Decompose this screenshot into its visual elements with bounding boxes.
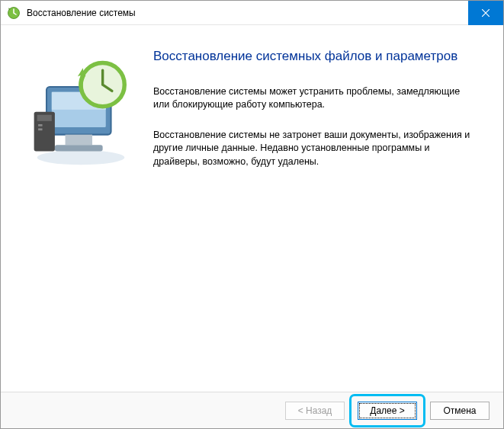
svg-rect-6: [55, 145, 103, 151]
tutorial-highlight: Далее >: [349, 394, 425, 427]
footer-button-bar: < Назад Далее > Отмена: [1, 392, 503, 429]
back-button: < Назад: [285, 402, 345, 420]
window-title: Восстановление системы: [27, 8, 468, 18]
main-panel: Восстановление системных файлов и параме…: [138, 40, 503, 392]
svg-rect-8: [37, 115, 52, 121]
page-heading: Восстановление системных файлов и параме…: [153, 48, 473, 66]
svg-point-1: [37, 150, 125, 165]
svg-rect-9: [38, 124, 42, 126]
titlebar: Восстановление системы: [1, 1, 503, 25]
next-button[interactable]: Далее >: [358, 402, 417, 420]
system-restore-large-icon: [24, 159, 138, 172]
close-icon: [482, 9, 490, 17]
system-restore-icon: [7, 6, 21, 20]
close-button[interactable]: [468, 1, 503, 25]
svg-rect-10: [38, 128, 42, 130]
description-paragraph-2: Восстановление системы не затронет ваши …: [153, 129, 473, 169]
description-paragraph-1: Восстановление системы может устранить п…: [153, 85, 473, 112]
svg-rect-5: [66, 135, 92, 146]
content-area: Восстановление системных файлов и параме…: [1, 25, 503, 392]
sidebar: [1, 40, 138, 392]
cancel-button[interactable]: Отмена: [430, 402, 490, 420]
